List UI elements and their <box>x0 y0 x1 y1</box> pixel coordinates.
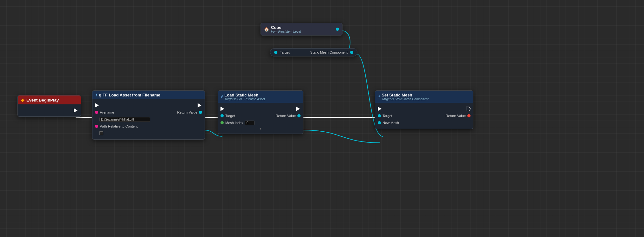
load-target-pin[interactable] <box>220 114 224 117</box>
gltf-filename-pin[interactable] <box>95 111 98 114</box>
load-mesh-subtitle: Target is GlTFRuntime Asset <box>224 97 265 101</box>
set-target-pin[interactable] <box>378 114 381 117</box>
set-mesh-subtitle: Target is Static Mesh Component <box>382 97 428 101</box>
set-mesh-title: Set Static Mesh <box>382 93 428 97</box>
cube-getter-header: 🏠 Cube from Persistent Level <box>261 23 342 35</box>
gltf-load-title: glTF Load Asset from Filename <box>99 93 160 97</box>
set-return-label: Return Value <box>446 114 466 118</box>
event-begin-play-title: Event BeginPlay <box>26 98 59 102</box>
node-load-static-mesh[interactable]: f Load Static Mesh Target is GlTFRuntime… <box>218 90 303 134</box>
load-collapse-arrow[interactable]: ▼ <box>218 126 303 131</box>
set-newmesh-pin[interactable] <box>378 121 381 124</box>
diamond-icon: ◆ <box>21 97 24 102</box>
set-exec-in[interactable] <box>378 107 382 111</box>
gltf-path-pin[interactable] <box>95 125 98 128</box>
load-target-label: Target <box>225 114 235 118</box>
house-icon: 🏠 <box>264 27 269 32</box>
node-get-mesh-component[interactable]: Target Static Mesh Component <box>270 48 357 56</box>
gltf-path-checkbox[interactable] <box>99 131 103 135</box>
set-target-label: Target <box>383 114 392 118</box>
svg-marker-0 <box>466 107 471 111</box>
set-return-pin[interactable] <box>467 114 471 117</box>
gltf-return-pin[interactable] <box>199 111 202 114</box>
load-exec-in[interactable] <box>220 107 225 111</box>
gltf-filename-input[interactable] <box>99 117 150 122</box>
func-icon: f <box>96 93 97 97</box>
load-mesh-index-input[interactable] <box>245 121 254 125</box>
load-mesh-index-label: Mesh Index <box>225 121 243 125</box>
load-func-icon: f <box>221 95 222 99</box>
get-mesh-comp-out-pin[interactable] <box>350 51 353 54</box>
node-event-begin-play[interactable]: ◆ Event BeginPlay <box>17 95 81 117</box>
load-mesh-title: Load Static Mesh <box>224 93 265 97</box>
gltf-exec-out[interactable] <box>198 103 202 108</box>
get-target-in-pin[interactable] <box>274 51 277 54</box>
node-set-static-mesh[interactable]: f Set Static Mesh Target is Static Mesh … <box>375 90 473 129</box>
cube-out-pin[interactable] <box>336 28 339 31</box>
load-mesh-index-pin[interactable] <box>220 121 224 124</box>
set-exec-out[interactable] <box>466 107 471 111</box>
cube-subtitle: from Persistent Level <box>271 30 301 33</box>
node-gltf-load[interactable]: f glTF Load Asset from Filename Filename <box>92 90 205 140</box>
exec-out-pin[interactable] <box>74 108 78 113</box>
load-return-label: Return Value <box>276 114 296 118</box>
get-mesh-comp-label: Static Mesh Component <box>310 50 348 54</box>
gltf-filename-label: Filename <box>100 110 114 114</box>
gltf-return-label: Return Value <box>177 110 197 114</box>
node-cube-getter[interactable]: 🏠 Cube from Persistent Level <box>261 23 342 36</box>
set-newmesh-label: New Mesh <box>383 121 399 125</box>
load-return-pin[interactable] <box>297 114 301 117</box>
load-exec-out[interactable] <box>296 107 301 111</box>
gltf-exec-in[interactable] <box>95 103 99 108</box>
gltf-path-label: Path Relative to Content <box>100 124 138 128</box>
get-target-label: Target <box>280 50 308 54</box>
set-mesh-header: f Set Static Mesh Target is Static Mesh … <box>375 91 473 103</box>
set-func-icon: f <box>378 95 380 99</box>
event-begin-play-header: ◆ Event BeginPlay <box>18 95 81 104</box>
cube-title: Cube <box>271 25 301 30</box>
gltf-load-header: f glTF Load Asset from Filename <box>92 91 205 99</box>
load-mesh-header: f Load Static Mesh Target is GlTFRuntime… <box>218 91 303 103</box>
